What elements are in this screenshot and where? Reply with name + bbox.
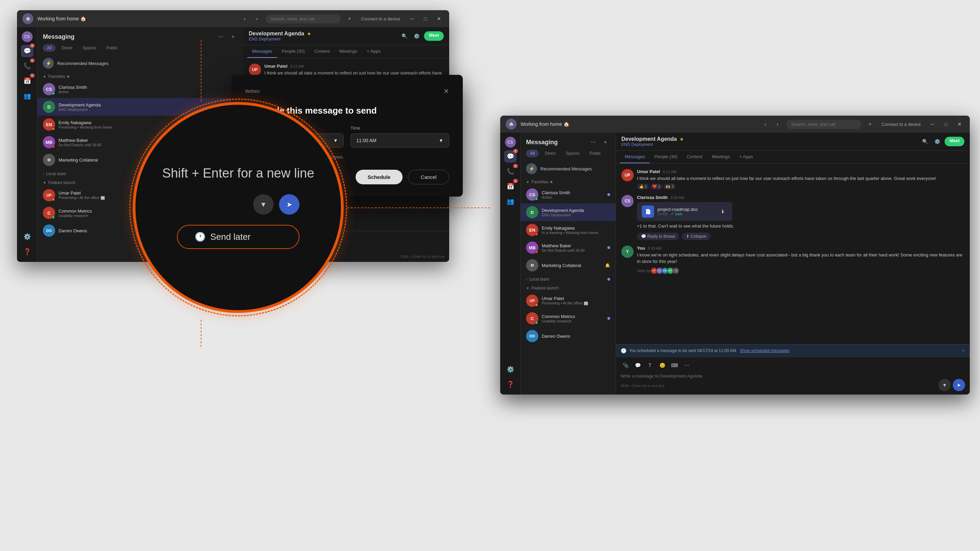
bg-darren-avatar: DO [43, 224, 55, 237]
fg-tab-apps[interactable]: + Apps [735, 151, 758, 163]
fg-react-thumbs[interactable]: 👍 1 [637, 184, 649, 189]
fg-nav-back[interactable]: ‹ [760, 119, 770, 129]
fg-contact-umar[interactable]: UP Umar Patel Presenting • At the office… [520, 292, 616, 310]
fg-reply-thread-btn[interactable]: 💬 Reply to thread [637, 233, 679, 240]
bg-calls-icon[interactable]: 📞 1 [21, 60, 33, 72]
bg-nav-forward[interactable]: › [252, 14, 262, 24]
fg-tab-content[interactable]: Content [682, 151, 707, 163]
mag-dropdown-btn[interactable]: ▼ [253, 194, 274, 214]
fg-filter-spaces[interactable]: Spaces [562, 150, 584, 157]
bg-tab-people[interactable]: People (30) [277, 45, 309, 58]
bg-meetings-icon[interactable]: 📅 1 [21, 75, 33, 87]
fg-contact-devagenda[interactable]: D Development Agenda ENG Deployment [520, 203, 616, 221]
fg-add-btn[interactable]: ＋ [865, 119, 875, 129]
fg-chat-search-btn[interactable]: 🔍 [920, 137, 930, 146]
fg-input-code-btn[interactable]: ⌨ [670, 360, 679, 370]
bg-filter-all[interactable]: All [43, 44, 56, 52]
fg-input-more-btn[interactable]: ⋯ [682, 360, 692, 370]
fg-contact-common[interactable]: C Common Metrics Usability research [520, 310, 616, 327]
fg-help-icon[interactable]: ❓ [504, 378, 517, 391]
bg-msg-add-btn[interactable]: ＋ [228, 32, 238, 41]
fg-meetings-icon[interactable]: 📅 1 [504, 180, 517, 192]
fg-contact-clarissa[interactable]: CS Clarissa Smith Active [520, 186, 616, 203]
fg-send-btn[interactable]: ➤ [953, 379, 965, 391]
bg-contact-clarissa[interactable]: CS Clarissa Smith Active [37, 80, 243, 98]
fg-contact-matthew[interactable]: MB Matthew Baker Do Not Disturb until 16… [520, 239, 616, 256]
fg-file-download-btn[interactable]: ⬇ [718, 207, 727, 216]
bg-settings-icon[interactable]: ⚙️ [21, 230, 33, 243]
bg-tab-meetings[interactable]: Meetings [334, 45, 362, 58]
bg-meet-badge: 1 [30, 73, 35, 78]
fg-msg-you-time: 8:30 AM [648, 246, 662, 250]
fg-nav-forward[interactable]: › [773, 119, 782, 129]
bg-tab-messages[interactable]: Messages [247, 45, 277, 58]
bg-minimize-btn[interactable]: ─ [407, 14, 417, 24]
bg-msg-options-btn[interactable]: ⋯ [216, 32, 226, 41]
fg-filter-all[interactable]: All [526, 150, 539, 157]
fg-input-gif-btn[interactable]: 💬 [633, 360, 643, 370]
fg-input-attach-btn[interactable]: 📎 [620, 360, 630, 370]
fg-tab-messages[interactable]: Messages [620, 151, 649, 163]
bg-tab-content[interactable]: Content [309, 45, 334, 58]
fg-react-clap[interactable]: 🙌 3 [663, 184, 675, 189]
modal-close-btn[interactable]: ✕ [443, 87, 449, 95]
bg-maximize-btn[interactable]: □ [421, 14, 430, 24]
bg-filter-spaces[interactable]: Spaces [79, 44, 100, 52]
send-later-btn[interactable]: 🕐 Send later [177, 225, 299, 249]
bg-teams-icon[interactable]: 👥 [21, 90, 33, 102]
fg-input-format-btn[interactable]: T [645, 360, 655, 370]
fg-tab-people[interactable]: People (30) [649, 151, 682, 163]
fg-msg-add-btn[interactable]: ＋ [601, 137, 610, 147]
fg-collapse-btn[interactable]: ⬆ Collapse [682, 233, 711, 240]
bg-chat-search-btn[interactable]: 🔍 [399, 31, 409, 41]
fg-input-emoji-btn[interactable]: 😊 [657, 360, 667, 370]
bg-nav-back[interactable]: ‹ [240, 14, 250, 24]
bg-add-btn[interactable]: ＋ [345, 14, 354, 24]
scheduled-dismiss-btn[interactable]: ✕ [962, 348, 965, 353]
fg-filter-public[interactable]: Public [585, 150, 605, 157]
fg-teams-icon[interactable]: 👥 [504, 195, 517, 208]
fg-chat-header: Development Agenda ★ ENG Deployment 🔍 ⚙️… [616, 133, 970, 151]
fg-calls-icon[interactable]: 📞 1 [504, 165, 517, 178]
modal-time-select[interactable]: 11:00 AM ▼ [350, 133, 449, 148]
fg-send-dropdown-btn[interactable]: ▼ [939, 379, 951, 391]
fg-settings-icon[interactable]: ⚙️ [504, 363, 517, 375]
bg-meet-btn[interactable]: Meet [424, 31, 444, 41]
fg-close-btn[interactable]: ✕ [955, 119, 964, 129]
mag-send-btn[interactable]: ➤ [279, 194, 299, 214]
fg-contact-darren[interactable]: DO Darren Owens [520, 327, 616, 345]
fg-recommended-item[interactable]: ⚡ Recommended Messages [520, 160, 616, 177]
fg-meet-btn[interactable]: Meet [945, 137, 964, 146]
bg-chat-options-btn[interactable]: ⚙️ [412, 31, 421, 41]
bg-filter-direct[interactable]: Direct [57, 44, 76, 52]
modal-cancel-btn[interactable]: Cancel [408, 170, 449, 184]
bg-search-input[interactable] [266, 14, 340, 24]
fg-contact-emily[interactable]: EN Emily Nakagawa In a meeting • Working… [520, 221, 616, 239]
fg-msg-options-btn[interactable]: ⋯ [588, 137, 598, 147]
fg-seen-more: +2 [672, 267, 679, 274]
bg-close-btn[interactable]: ✕ [434, 14, 444, 24]
fg-chat-options-btn[interactable]: ⚙️ [932, 137, 942, 146]
fg-emily-name: Emily Nakagawa [542, 225, 610, 230]
show-scheduled-link[interactable]: Show scheduled messages [740, 348, 789, 353]
fg-tab-meetings[interactable]: Meetings [707, 151, 735, 163]
bg-filter-public[interactable]: Public [102, 44, 122, 52]
fg-clarissa-unread [608, 193, 610, 196]
fg-contact-marketing[interactable]: M Marketing Collateral 🔔 [520, 256, 616, 274]
bg-help-icon[interactable]: ❓ [21, 246, 33, 258]
bg-tab-apps[interactable]: + Apps [362, 45, 385, 58]
bg-messaging-icon[interactable]: 💬 3 [21, 45, 33, 57]
fg-maximize-btn[interactable]: □ [941, 119, 951, 129]
bg-umar-status-dot [52, 198, 55, 201]
fg-darren-info: Darren Owens [542, 333, 610, 339]
fg-react-heart[interactable]: ❤️ 1 [650, 184, 662, 189]
fg-filter-direct[interactable]: Direct [541, 150, 559, 157]
fg-messaging-icon[interactable]: 💬 3 [504, 150, 517, 163]
modal-schedule-btn[interactable]: Schedule [356, 170, 403, 184]
bg-msg-umar-avatar: UP [249, 64, 261, 76]
fg-search-input[interactable] [786, 120, 861, 129]
fg-chat-input[interactable] [620, 373, 965, 379]
bg-recommended-item[interactable]: ⚡ Recommended Messages [37, 55, 243, 71]
fg-minimize-btn[interactable]: ─ [928, 119, 937, 129]
bg-emily-avatar: EN [43, 118, 55, 130]
